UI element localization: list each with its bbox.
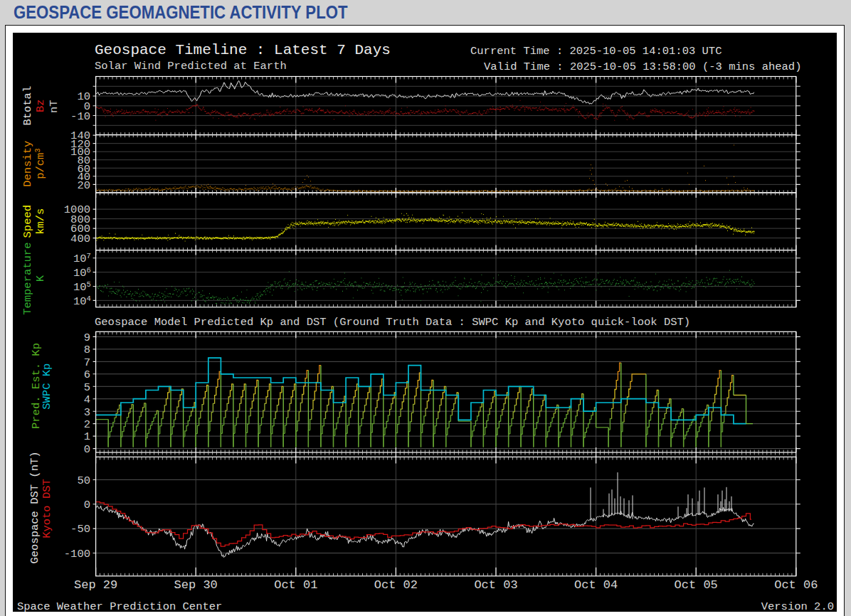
svg-text:0: 0 bbox=[84, 499, 90, 511]
svg-text:Sep 29: Sep 29 bbox=[74, 578, 117, 592]
svg-text:6: 6 bbox=[84, 368, 90, 381]
svg-text:-50: -50 bbox=[70, 523, 90, 536]
svg-text:4: 4 bbox=[84, 393, 90, 406]
svg-text:-100: -100 bbox=[64, 548, 90, 561]
svg-text:Btotal: Btotal bbox=[21, 86, 34, 126]
svg-text:km/s: km/s bbox=[35, 208, 48, 235]
svg-text:9: 9 bbox=[84, 331, 90, 344]
svg-text:Version 2.0: Version 2.0 bbox=[761, 600, 834, 612]
svg-text:50: 50 bbox=[77, 474, 90, 487]
svg-text:Oct 01: Oct 01 bbox=[274, 578, 317, 592]
svg-text:SWPC Kp: SWPC Kp bbox=[41, 363, 53, 410]
svg-text:Geospace DST (nT): Geospace DST (nT) bbox=[28, 451, 41, 563]
svg-text:0: 0 bbox=[84, 443, 90, 456]
svg-text:Oct 06: Oct 06 bbox=[774, 578, 818, 592]
svg-text:-10: -10 bbox=[70, 110, 90, 123]
svg-text:Oct 04: Oct 04 bbox=[574, 578, 618, 592]
svg-text:8: 8 bbox=[84, 344, 90, 356]
svg-text:1: 1 bbox=[84, 430, 90, 443]
svg-text:Speed: Speed bbox=[21, 205, 34, 238]
svg-text:7: 7 bbox=[84, 356, 90, 369]
svg-text:Oct 02: Oct 02 bbox=[374, 578, 418, 592]
svg-text:Sep 30: Sep 30 bbox=[174, 578, 218, 592]
svg-text:Valid Time : 2025-10-05 13:58:: Valid Time : 2025-10-05 13:58:00 (-3 min… bbox=[484, 60, 801, 73]
svg-text:2: 2 bbox=[84, 418, 90, 431]
svg-text:Oct 03: Oct 03 bbox=[474, 578, 517, 592]
svg-text:Space Weather Prediction Cente: Space Weather Prediction Center bbox=[17, 600, 222, 612]
svg-text:Kyoto DST: Kyoto DST bbox=[41, 479, 53, 538]
svg-text:Current Time : 2025-10-05 14:0: Current Time : 2025-10-05 14:01:03 UTC bbox=[470, 45, 722, 58]
svg-text:20: 20 bbox=[77, 179, 90, 192]
svg-text:3: 3 bbox=[84, 406, 90, 419]
svg-text:K: K bbox=[35, 275, 48, 282]
svg-text:Bz: Bz bbox=[35, 99, 48, 112]
svg-text:nT: nT bbox=[48, 100, 60, 113]
svg-text:Density: Density bbox=[21, 141, 34, 187]
svg-text:Geospace Timeline : Latest 7 D: Geospace Timeline : Latest 7 Days bbox=[95, 42, 391, 58]
svg-text:Geospace Model Predicted Kp an: Geospace Model Predicted Kp and DST (Gro… bbox=[95, 316, 690, 329]
svg-text:p/cm3: p/cm3 bbox=[35, 149, 48, 179]
svg-text:400: 400 bbox=[70, 233, 90, 245]
svg-text:Temperature: Temperature bbox=[21, 243, 34, 315]
svg-text:Oct 05: Oct 05 bbox=[675, 578, 718, 592]
svg-text:Solar Wind Predicted at Earth: Solar Wind Predicted at Earth bbox=[95, 60, 287, 73]
svg-text:5: 5 bbox=[84, 381, 90, 394]
